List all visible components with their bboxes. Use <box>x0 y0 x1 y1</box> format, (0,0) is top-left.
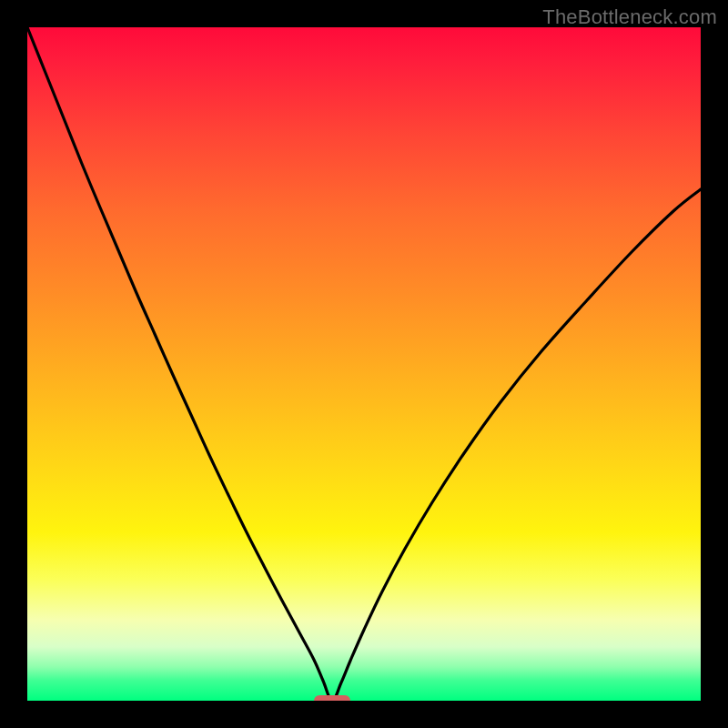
plot-area <box>27 27 701 701</box>
watermark-text: TheBottleneck.com <box>542 5 717 29</box>
chart-frame: TheBottleneck.com <box>0 0 728 728</box>
bottleneck-curve <box>27 27 701 701</box>
minimum-marker <box>314 695 350 701</box>
